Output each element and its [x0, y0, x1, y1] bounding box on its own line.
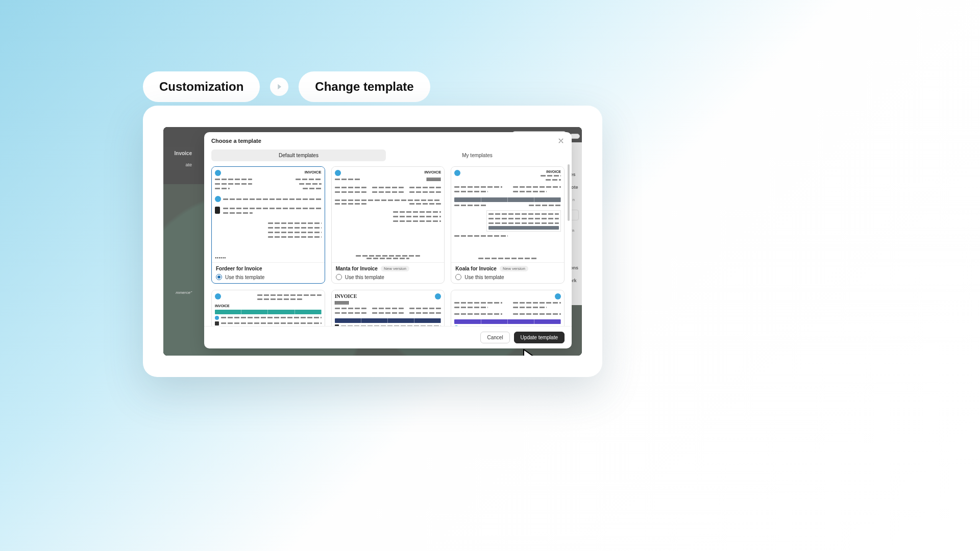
template-name: Manta for Invoice — [336, 266, 378, 271]
use-template-radio[interactable]: Use this template — [455, 274, 560, 280]
update-template-button[interactable]: Update template — [514, 332, 565, 343]
invoice-title: INVOICE — [335, 293, 357, 299]
logo-icon — [335, 170, 341, 176]
invoice-title: INVOICE — [305, 170, 322, 176]
product-icon — [335, 324, 339, 326]
close-icon[interactable] — [557, 137, 565, 144]
crumb-customization[interactable]: Customization — [143, 71, 260, 102]
crumb-change-template[interactable]: Change template — [299, 71, 430, 102]
modal-title: Choose a template — [211, 138, 261, 144]
logo-icon — [215, 293, 221, 299]
template-card-row2-a[interactable]: INVOICE — [211, 290, 325, 326]
invoice-title: INVOICE — [215, 304, 322, 308]
product-icon — [215, 207, 220, 214]
use-template-label: Use this template — [345, 274, 384, 280]
chevron-right-icon — [270, 78, 288, 96]
logo-icon — [215, 170, 221, 176]
logo-icon — [454, 325, 458, 326]
use-template-label: Use this template — [464, 274, 504, 280]
template-name: Koala for Invoice — [455, 266, 497, 271]
logo-icon — [454, 170, 460, 176]
screenshot-card: Change order preview Invoice ate mmerce"… — [143, 106, 602, 377]
new-version-badge: New version — [381, 266, 409, 271]
template-card-fordeer[interactable]: INVOICE — [211, 166, 325, 284]
logo-icon — [435, 293, 441, 299]
invoice-title: INVOICE — [424, 170, 441, 176]
modal-footer: Cancel Update template — [204, 326, 572, 348]
scrollbar-thumb[interactable] — [568, 164, 570, 221]
invoice-title: INVOICE — [546, 170, 561, 173]
choose-template-modal: Choose a template Default templates My t… — [204, 132, 572, 348]
template-preview: INVOICE — [451, 167, 564, 262]
modal-body: INVOICE — [204, 164, 572, 326]
template-preview: INVOICE — [332, 290, 445, 326]
breadcrumb: Customization Change template — [143, 71, 430, 102]
barcode-icon — [335, 301, 349, 305]
template-card-koala[interactable]: INVOICE — [451, 166, 565, 284]
use-template-radio[interactable]: Use this template — [216, 274, 321, 280]
tab-default-templates[interactable]: Default templates — [211, 149, 386, 161]
app-window: Change order preview Invoice ate mmerce"… — [163, 127, 582, 356]
logo-icon — [215, 316, 219, 320]
template-grid: INVOICE — [211, 166, 565, 326]
product-icon — [215, 321, 219, 325]
template-card-row2-c[interactable] — [451, 290, 565, 326]
radio-icon — [336, 274, 342, 280]
template-tabs: Default templates My templates — [204, 149, 572, 164]
barcode-icon — [427, 178, 441, 181]
cancel-button[interactable]: Cancel — [480, 332, 509, 343]
template-preview: INVOICE — [332, 167, 445, 262]
template-card-manta[interactable]: INVOICE — [331, 166, 445, 284]
template-preview: INVOICE — [212, 167, 325, 262]
use-template-radio[interactable]: Use this template — [336, 274, 440, 280]
template-preview — [451, 290, 564, 326]
radio-icon — [216, 274, 222, 280]
scrollbar[interactable] — [568, 164, 570, 326]
use-template-label: Use this template — [225, 274, 264, 280]
radio-icon — [455, 274, 461, 280]
template-card-row2-b[interactable]: INVOICE — [331, 290, 445, 326]
logo-icon — [215, 196, 221, 202]
logo-icon — [555, 293, 561, 299]
new-version-badge: New version — [500, 266, 528, 271]
template-name: Fordeer for Invoice — [216, 266, 262, 271]
template-preview: INVOICE — [212, 290, 325, 326]
tab-my-templates[interactable]: My templates — [390, 149, 565, 161]
